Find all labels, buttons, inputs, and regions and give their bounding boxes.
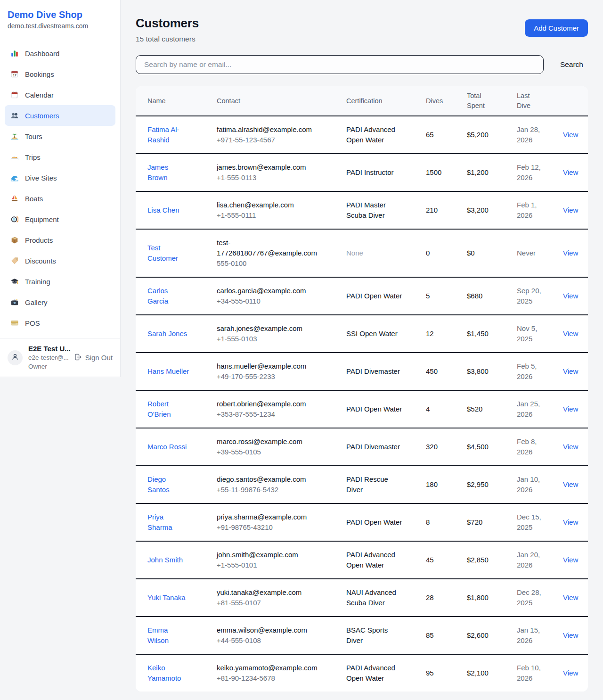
customer-name-link[interactable]: Sarah Jones [147,329,187,338]
customer-email: test-1772681807767@example.com [217,238,320,258]
customer-name-link[interactable]: James Brown [147,163,168,181]
sidebar-item-label: Equipment [25,215,59,223]
sidebar-item-products[interactable]: Products [5,230,115,250]
customer-last-dive: Dec 15, 2025 [517,503,563,541]
view-customer-link[interactable]: View [563,206,578,214]
customer-email: james.brown@example.com [217,162,320,173]
sidebar-item-equipment[interactable]: Equipment [5,209,115,230]
sidebar-item-label: Calendar [25,91,54,99]
customer-name-link[interactable]: Yuki Tanaka [147,593,186,601]
customer-name-link[interactable]: Diego Santos [147,475,170,494]
customer-total-spent: $1,200 [467,154,517,191]
customer-certification: BSAC Sports Diver [346,617,426,654]
table-row: Carlos Garciacarlos.garcia@example.com+3… [136,277,588,315]
customer-dives: 1500 [426,154,467,191]
view-customer-link[interactable]: View [563,443,578,451]
customer-name-link[interactable]: Test Customer [147,244,178,262]
customer-name-link[interactable]: Robert O'Brien [147,400,171,418]
view-customer-link[interactable]: View [563,249,578,257]
customer-certification: PADI Advanced Open Water [346,541,426,579]
customer-certification: PADI Open Water [346,503,426,541]
search-row: Search [136,55,588,74]
customer-email: keiko.yamamoto@example.com [217,663,320,673]
customer-dives: 95 [426,654,467,692]
customer-name-link[interactable]: Carlos Garcia [147,287,168,305]
table-row: Test Customertest-1772681807767@example.… [136,229,588,277]
view-customer-link[interactable]: View [563,168,578,176]
table-row: John Smithjohn.smith@example.com+1-555-0… [136,541,588,579]
customer-dives: 180 [426,466,467,503]
customer-dives: 8 [426,503,467,541]
search-button[interactable]: Search [555,57,588,73]
dive-mask-icon [10,215,19,223]
sidebar-item-label: Tours [25,132,42,140]
credit-card-icon [10,319,19,327]
sidebar-item-dashboard[interactable]: Dashboard [5,43,115,64]
view-customer-link[interactable]: View [563,480,578,488]
customer-phone: +81-555-0107 [217,598,320,608]
customer-email: fatima.alrashid@example.com [217,124,320,135]
page-title: Customers [136,16,199,31]
view-customer-link[interactable]: View [563,367,578,375]
user-icon [11,353,19,363]
sidebar-item-dive-sites[interactable]: Dive Sites [5,167,115,188]
customer-name-link[interactable]: Keiko Yamamoto [147,664,181,682]
column-header-certification: Certification [346,86,426,116]
view-customer-link[interactable]: View [563,518,578,526]
add-customer-button[interactable]: Add Customer [525,19,588,37]
sidebar-item-label: POS [25,319,40,327]
sidebar-item-tours[interactable]: Tours [5,126,115,147]
sidebar-item-customers[interactable]: Customers [5,105,115,126]
sidebar-item-label: Training [25,278,50,286]
view-customer-link[interactable]: View [563,131,578,139]
sidebar-item-trips[interactable]: Trips [5,147,115,167]
sidebar: Demo Dive Shop demo.test.divestreams.com… [0,0,121,377]
view-customer-link[interactable]: View [563,631,578,639]
sign-out-button[interactable]: Sign Out [74,353,113,362]
view-customer-link[interactable]: View [563,405,578,413]
search-input[interactable] [136,55,544,74]
customer-email: sarah.jones@example.com [217,323,320,334]
customer-dives: 28 [426,579,467,617]
customer-dives: 5 [426,277,467,315]
sidebar-item-training[interactable]: Training [5,271,115,292]
customer-dives: 12 [426,315,467,353]
column-header-contact: Contact [217,86,346,116]
sidebar-header: Demo Dive Shop demo.test.divestreams.com [0,0,120,37]
sidebar-item-calendar[interactable]: Calendar [5,84,115,105]
customer-name-link[interactable]: Lisa Chen [147,206,179,214]
customer-name-link[interactable]: Hans Mueller [147,367,189,375]
view-customer-link[interactable]: View [563,593,578,601]
table-row: Marco Rossimarco.rossi@example.com+39-55… [136,428,588,466]
view-customer-link[interactable]: View [563,329,578,338]
customer-phone: +44-555-0108 [217,635,320,646]
sidebar-item-gallery[interactable]: Gallery [5,292,115,313]
calendar-date-icon: 17 [10,70,19,78]
customer-certification: NAUI Advanced Scuba Diver [346,579,426,617]
sidebar-item-label: Dashboard [25,49,59,58]
customer-total-spent: $2,600 [467,617,517,654]
column-header-dives: Dives [426,86,467,116]
customer-total-spent: $0 [467,229,517,277]
customer-name-link[interactable]: Marco Rossi [147,443,187,451]
camera-icon [10,298,19,306]
view-customer-link[interactable]: View [563,292,578,300]
customer-total-spent: $520 [467,390,517,428]
customer-last-dive: Sep 20, 2025 [517,277,563,315]
sidebar-item-pos[interactable]: POS [5,313,115,333]
sidebar-item-bookings[interactable]: 17Bookings [5,64,115,84]
brand-title: Demo Dive Shop [8,8,113,21]
bar-chart-icon [10,49,19,58]
calendar-pad-icon [10,91,19,99]
customer-name-link[interactable]: John Smith [147,556,183,564]
view-customer-link[interactable]: View [563,669,578,677]
sidebar-item-boats[interactable]: Boats [5,188,115,209]
customer-name-link[interactable]: Priya Sharma [147,513,172,531]
customer-email: yuki.tanaka@example.com [217,587,320,598]
view-customer-link[interactable]: View [563,556,578,564]
customer-name-link[interactable]: Fatima Al-Rashid [147,125,179,144]
customer-phone: +353-87-555-1234 [217,409,320,420]
sidebar-item-discounts[interactable]: Discounts [5,250,115,271]
customer-name-link[interactable]: Emma Wilson [147,626,169,644]
customer-last-dive: Dec 28, 2025 [517,579,563,617]
